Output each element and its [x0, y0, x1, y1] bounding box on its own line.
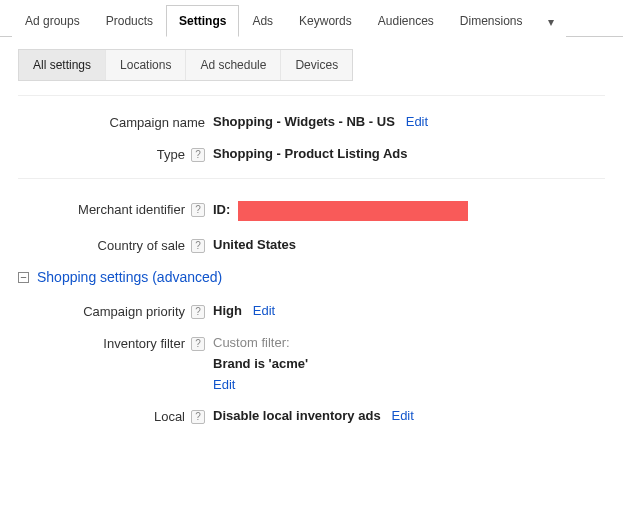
secondary-tabs: All settings Locations Ad schedule Devic…	[18, 49, 353, 81]
subtab-devices[interactable]: Devices	[281, 50, 352, 80]
inventory-edit-link[interactable]: Edit	[213, 377, 235, 392]
divider	[18, 178, 605, 179]
campaign-name-edit-link[interactable]: Edit	[406, 114, 428, 129]
tab-more-dropdown[interactable]: ▾	[536, 5, 566, 37]
tab-ads[interactable]: Ads	[239, 5, 286, 37]
inventory-value: Brand is 'acme'	[213, 356, 308, 371]
advanced-toggle[interactable]: − Shopping settings (advanced)	[18, 269, 623, 285]
subtab-locations[interactable]: Locations	[106, 50, 186, 80]
tab-audiences[interactable]: Audiences	[365, 5, 447, 37]
subtab-ad-schedule[interactable]: Ad schedule	[186, 50, 281, 80]
merchant-id-prefix: ID:	[213, 202, 230, 217]
help-icon[interactable]: ?	[191, 203, 205, 217]
tab-settings[interactable]: Settings	[166, 5, 239, 37]
tab-dimensions[interactable]: Dimensions	[447, 5, 536, 37]
help-icon[interactable]: ?	[191, 148, 205, 162]
type-value: Shopping - Product Listing Ads	[213, 146, 408, 161]
caret-down-icon: ▾	[548, 15, 554, 29]
help-icon[interactable]: ?	[191, 337, 205, 351]
help-icon[interactable]: ?	[191, 410, 205, 424]
collapse-icon: −	[18, 272, 29, 283]
merchant-section: Merchant identifier ? ID: Country of sal…	[0, 201, 623, 253]
general-section: Campaign name Shopping - Widgets - NB - …	[0, 96, 623, 162]
merchant-id-redacted	[238, 201, 468, 221]
advanced-title: Shopping settings (advanced)	[37, 269, 222, 285]
priority-label: Campaign priority	[83, 304, 185, 319]
tab-ad-groups[interactable]: Ad groups	[12, 5, 93, 37]
priority-edit-link[interactable]: Edit	[253, 303, 275, 318]
help-icon[interactable]: ?	[191, 305, 205, 319]
campaign-name-value: Shopping - Widgets - NB - US	[213, 114, 395, 129]
local-value: Disable local inventory ads	[213, 408, 381, 423]
campaign-name-label: Campaign name	[18, 114, 213, 130]
advanced-section: Campaign priority ? High Edit Inventory …	[0, 303, 623, 424]
country-value: United States	[213, 237, 296, 252]
type-label: Type	[157, 147, 185, 162]
subtab-all-settings[interactable]: All settings	[19, 50, 106, 80]
tab-keywords[interactable]: Keywords	[286, 5, 365, 37]
priority-value: High	[213, 303, 242, 318]
country-label: Country of sale	[98, 238, 185, 253]
tab-products[interactable]: Products	[93, 5, 166, 37]
inventory-label: Inventory filter	[103, 336, 185, 351]
primary-tabs: Ad groups Products Settings Ads Keywords…	[0, 4, 623, 37]
local-edit-link[interactable]: Edit	[391, 408, 413, 423]
help-icon[interactable]: ?	[191, 239, 205, 253]
local-label: Local	[154, 409, 185, 424]
merchant-id-label: Merchant identifier	[78, 202, 185, 217]
inventory-hint: Custom filter:	[213, 335, 308, 350]
